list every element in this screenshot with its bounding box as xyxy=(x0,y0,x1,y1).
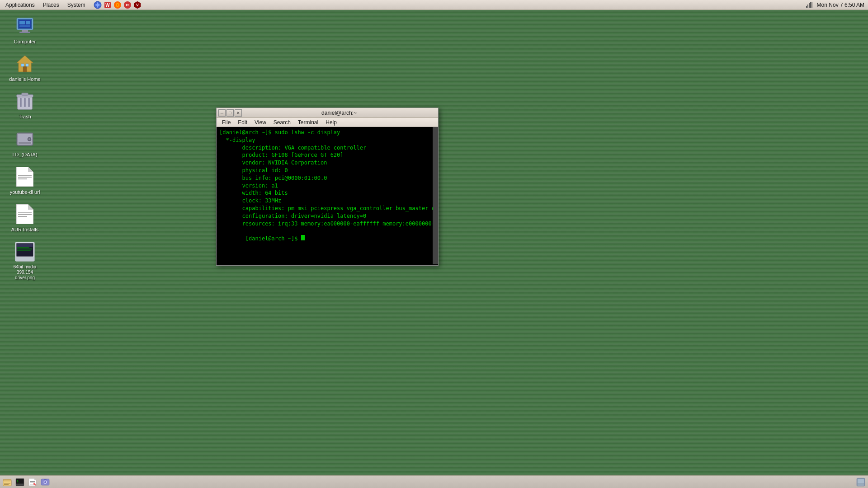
top-panel: Applications Places System W xyxy=(0,0,868,10)
panel-icon-3[interactable] xyxy=(113,1,122,9)
panel-browser-icon[interactable] xyxy=(94,1,102,9)
svg-rect-17 xyxy=(22,30,28,32)
svg-rect-26 xyxy=(26,64,28,66)
svg-point-6 xyxy=(117,4,118,6)
computer-icon xyxy=(14,15,36,37)
svg-text:W: W xyxy=(105,3,110,8)
terminal-body[interactable]: [daniel@arch ~]$ sudo lshw -c display *-… xyxy=(217,127,438,264)
terminal-line-7: version: a1 xyxy=(219,182,435,190)
desktop-icon-ld-data[interactable]: LD_(DATA) xyxy=(5,127,45,160)
panel-icon-4[interactable] xyxy=(123,1,132,9)
terminal-cursor xyxy=(301,235,305,240)
terminal-menu-view[interactable]: View xyxy=(251,119,270,126)
svg-rect-46 xyxy=(18,214,32,215)
svg-rect-21 xyxy=(26,21,30,24)
svg-rect-53 xyxy=(17,248,29,248)
youtube-icon-label: youtube-dl url xyxy=(10,189,40,195)
panel-icon-5[interactable]: V xyxy=(133,1,142,9)
terminal-title: daniel@arch:~ xyxy=(242,110,436,116)
drive-icon xyxy=(14,128,36,150)
taskbar-file-manager[interactable] xyxy=(2,477,13,488)
desktop-icon-aur[interactable]: AUR Installs xyxy=(5,202,45,235)
terminal-line-11: configuration: driver=nvidia latency=0 xyxy=(219,212,435,220)
svg-rect-40 xyxy=(18,175,32,176)
terminal-prompt: [daniel@arch ~]$ xyxy=(245,235,301,242)
nvidia-icon-label: 64bit nvidia 390.154 driver.png xyxy=(6,264,43,281)
svg-rect-78 xyxy=(858,479,864,483)
desktop-icon-youtube[interactable]: youtube-dl url xyxy=(5,164,45,197)
svg-rect-61 xyxy=(4,484,9,485)
terminal-line-12: resources: irq:33 memory:ea000000-eaffff… xyxy=(219,220,435,228)
svg-text:V: V xyxy=(136,3,139,7)
terminal-menu-search[interactable]: Search xyxy=(270,119,294,126)
svg-rect-47 xyxy=(18,216,27,217)
ld-data-icon-label: LD_(DATA) xyxy=(12,152,37,158)
desktop-icon-home[interactable]: daniel's Home xyxy=(5,51,45,84)
svg-rect-76 xyxy=(44,479,47,480)
svg-rect-10 xyxy=(806,6,807,8)
svg-rect-45 xyxy=(18,212,32,213)
home-icon-label: daniel's Home xyxy=(9,76,40,82)
svg-rect-59 xyxy=(4,482,10,482)
svg-rect-42 xyxy=(18,178,27,179)
terminal-line-5: physical id: 0 xyxy=(219,167,435,174)
taskbar-terminal[interactable]: $_ xyxy=(14,477,25,488)
terminal-menu-edit[interactable]: Edit xyxy=(234,119,251,126)
nvidia-file-icon xyxy=(14,241,36,263)
terminal-menu-file[interactable]: File xyxy=(218,119,234,126)
svg-point-72 xyxy=(33,483,35,485)
svg-rect-41 xyxy=(18,177,32,178)
svg-rect-32 xyxy=(22,93,28,95)
svg-rect-14 xyxy=(811,2,812,8)
taskbar-show-desktop[interactable] xyxy=(855,477,866,488)
svg-rect-35 xyxy=(19,142,31,144)
svg-rect-52 xyxy=(17,244,33,247)
trash-icon-label: Trash xyxy=(19,114,31,120)
close-button[interactable]: ✕ xyxy=(235,109,242,117)
svg-rect-29 xyxy=(24,98,26,107)
places-menu[interactable]: Places xyxy=(39,1,63,9)
terminal-line-1: *-display xyxy=(219,136,435,144)
svg-rect-79 xyxy=(858,484,864,486)
terminal-line-0: [daniel@arch ~]$ sudo lshw -c display xyxy=(219,129,435,136)
desktop: Applications Places System W xyxy=(0,0,868,488)
terminal-line-6: bus info: pci@0000:01:00.0 xyxy=(219,174,435,182)
maximize-button[interactable]: □ xyxy=(226,109,234,117)
aur-icon-label: AUR Installs xyxy=(11,227,39,233)
terminal-line-8: width: 64 bits xyxy=(219,189,435,197)
svg-point-75 xyxy=(44,481,46,483)
network-icon[interactable] xyxy=(805,1,813,9)
terminal-line-9: clock: 33MHz xyxy=(219,197,435,205)
desktop-icon-nvidia[interactable]: 64bit nvidia 390.154 driver.png xyxy=(5,239,45,282)
terminal-menu-help[interactable]: Help xyxy=(322,119,340,126)
applications-menu[interactable]: Applications xyxy=(2,1,38,9)
terminal-line-3: product: GF108 [GeForce GT 620] xyxy=(219,151,435,159)
desktop-icon-computer[interactable]: Computer xyxy=(5,14,45,47)
youtube-file-icon xyxy=(14,166,36,188)
terminal-line-2: description: VGA compatible controller xyxy=(219,144,435,152)
minimize-button[interactable]: ─ xyxy=(218,109,226,117)
svg-rect-18 xyxy=(19,32,30,33)
desktop-icon-trash[interactable]: Trash xyxy=(5,89,45,122)
titlebar-buttons: ─ □ ✕ xyxy=(218,109,242,117)
terminal-titlebar[interactable]: ─ □ ✕ daniel@arch:~ xyxy=(217,108,438,118)
system-clock: Mon Nov 7 6:50 AM xyxy=(817,2,864,8)
svg-rect-68 xyxy=(30,481,35,482)
taskbar-text-editor[interactable] xyxy=(27,477,38,488)
panel-menu: Applications Places System xyxy=(0,1,91,9)
panel-right: Mon Nov 7 6:50 AM xyxy=(802,1,868,9)
computer-icon-label: Computer xyxy=(14,39,36,45)
terminal-menu-terminal[interactable]: Terminal xyxy=(294,119,322,126)
svg-rect-13 xyxy=(810,2,811,8)
terminal-scrollbar[interactable] xyxy=(433,127,438,264)
svg-point-37 xyxy=(28,138,30,140)
svg-rect-65 xyxy=(16,484,24,485)
svg-rect-50 xyxy=(16,257,34,261)
taskbar: $_ xyxy=(0,475,868,488)
taskbar-screenshot[interactable] xyxy=(40,477,51,488)
svg-rect-11 xyxy=(807,5,808,8)
panel-icon-2[interactable]: W xyxy=(104,1,112,9)
system-menu[interactable]: System xyxy=(64,1,89,9)
svg-text:$_: $_ xyxy=(17,479,20,483)
svg-rect-28 xyxy=(20,98,22,107)
